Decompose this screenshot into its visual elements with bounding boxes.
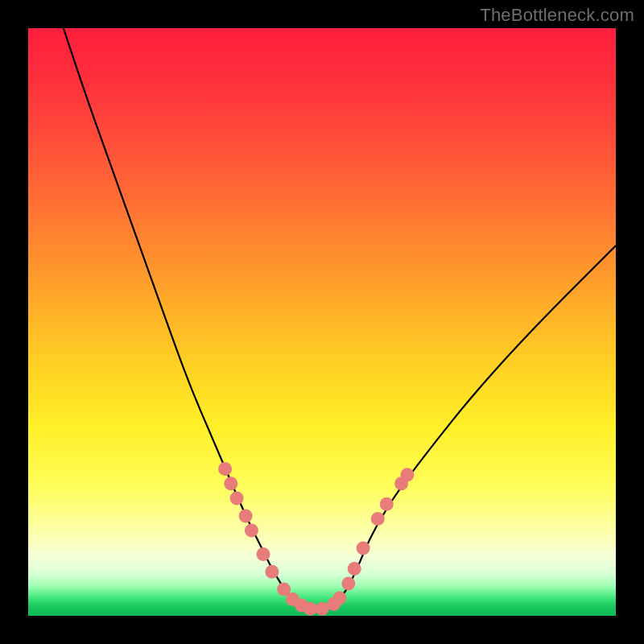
highlight-dot	[371, 512, 385, 526]
curve-layer	[28, 28, 616, 616]
highlight-dot	[348, 562, 361, 576]
highlight-dot	[218, 462, 232, 476]
highlight-dot	[245, 524, 258, 538]
chart-stage: TheBottleneck.com	[0, 0, 644, 644]
highlight-dot	[239, 509, 253, 522]
highlight-dot	[316, 602, 329, 616]
highlight-dot	[230, 492, 244, 506]
highlight-dot	[357, 542, 370, 555]
plot-area	[28, 28, 616, 616]
highlight-dot	[332, 592, 346, 605]
highlight-dot	[400, 468, 414, 481]
attribution-text: TheBottleneck.com	[480, 5, 634, 26]
highlight-dot	[380, 497, 394, 511]
highlight-dot	[224, 477, 237, 490]
highlight-dot	[257, 547, 270, 561]
highlight-dot	[303, 602, 317, 616]
bottleneck-curve	[64, 28, 616, 610]
highlight-dot	[341, 576, 355, 590]
highlight-dots	[218, 462, 414, 616]
highlight-dot	[265, 565, 279, 579]
